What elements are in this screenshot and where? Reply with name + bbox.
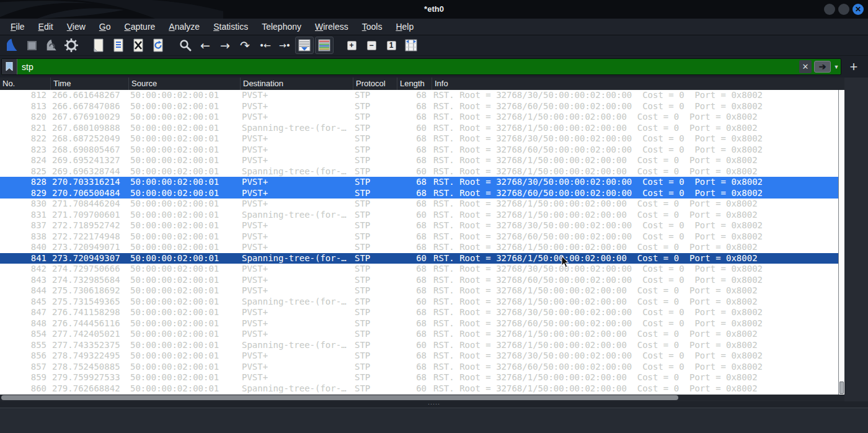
packet-row[interactable]: 813 266.667847086 50:00:00:02:00:01 PVST…: [0, 101, 838, 112]
colorize-button[interactable]: [315, 37, 334, 54]
menu-bar: FileEditViewGoCaptureAnalyzeStatisticsTe…: [0, 19, 868, 35]
packet-row[interactable]: 857 278.752450885 50:00:00:02:00:01 PVST…: [0, 362, 838, 373]
main-toolbar: ← → ↷ •← →•: [0, 35, 868, 56]
one-icon: 1: [387, 41, 396, 50]
menu-item-tools[interactable]: Tools: [355, 19, 389, 35]
menu-item-help[interactable]: Help: [389, 19, 420, 35]
packet-row[interactable]: 859 279.759927533 50:00:00:02:00:01 PVST…: [0, 372, 838, 383]
filter-dropdown-caret[interactable]: ▼: [832, 60, 841, 73]
packet-row[interactable]: 860 279.762668842 50:00:00:02:00:01 Span…: [0, 383, 838, 395]
filter-clear-button[interactable]: ✕: [799, 60, 812, 73]
zoom-out-button[interactable]: −: [362, 37, 381, 54]
arrow-to-last-icon: →•: [279, 40, 290, 50]
packet-row[interactable]: 840 273.720949071 50:00:00:02:00:01 PVST…: [0, 242, 838, 253]
restart-fin-icon: [45, 38, 58, 52]
packet-row[interactable]: 823 268.690805467 50:00:00:02:00:01 PVST…: [0, 145, 838, 156]
auto-scroll-button[interactable]: [295, 37, 314, 54]
display-filter-input[interactable]: [17, 59, 799, 74]
packet-details-pane: [0, 408, 868, 433]
resize-columns-button[interactable]: [402, 37, 420, 54]
capture-options-button[interactable]: [62, 37, 81, 54]
maximize-button[interactable]: [838, 4, 849, 15]
menu-item-edit[interactable]: Edit: [32, 19, 60, 35]
horizontal-scrollbar-thumb[interactable]: [1, 395, 678, 400]
packet-row[interactable]: 821 267.680109888 50:00:00:02:00:01 Span…: [0, 123, 838, 134]
packet-row[interactable]: 847 276.741158298 50:00:00:02:00:01 PVST…: [0, 307, 838, 318]
menu-item-capture[interactable]: Capture: [118, 19, 162, 35]
menu-item-analyze[interactable]: Analyze: [162, 19, 206, 35]
go-first-packet-button[interactable]: •←: [255, 37, 274, 54]
packet-row[interactable]: 845 275.731549365 50:00:00:02:00:01 Span…: [0, 297, 838, 308]
restart-capture-button[interactable]: [42, 37, 61, 54]
column-header-no[interactable]: No.: [0, 78, 51, 90]
go-back-button[interactable]: ←: [196, 37, 215, 54]
filter-apply-button[interactable]: ➔: [814, 61, 831, 73]
title-bar: *eth0 ✕: [0, 0, 868, 19]
vertical-scrollbar[interactable]: [838, 90, 844, 395]
menu-item-statistics[interactable]: Statistics: [206, 19, 255, 35]
filter-bookmark-button[interactable]: [2, 59, 17, 74]
packet-row[interactable]: 855 277.743352375 50:00:00:02:00:01 Span…: [0, 340, 838, 351]
stop-capture-button[interactable]: [22, 37, 41, 54]
packet-row[interactable]: 854 277.742405021 50:00:00:02:00:01 PVST…: [0, 329, 838, 340]
menu-item-file[interactable]: File: [4, 19, 32, 35]
packet-row[interactable]: 824 269.695241327 50:00:00:02:00:01 PVST…: [0, 155, 838, 166]
bookmark-icon: [6, 62, 13, 71]
horizontal-scrollbar[interactable]: [0, 395, 844, 401]
plus-icon: +: [347, 41, 356, 50]
go-forward-button[interactable]: →: [216, 37, 234, 54]
menu-item-go[interactable]: Go: [92, 19, 118, 35]
column-header-protocol[interactable]: Protocol: [353, 78, 397, 90]
packet-row[interactable]: 822 268.687252049 50:00:00:02:00:01 PVST…: [0, 133, 838, 145]
search-icon: [179, 38, 192, 52]
packet-row[interactable]: 812 266.661648267 50:00:00:02:00:01 PVST…: [0, 90, 838, 101]
column-header-destination[interactable]: Destination: [241, 78, 353, 90]
menu-item-telephony[interactable]: Telephony: [255, 19, 308, 35]
arrow-left-icon: ←: [200, 40, 210, 51]
pane-splitter[interactable]: ·····: [0, 401, 868, 408]
add-filter-button[interactable]: +: [846, 60, 861, 74]
close-button[interactable]: ✕: [852, 4, 864, 15]
minimize-button[interactable]: [824, 4, 835, 15]
packet-list-header: No. Time Source Destination Protocol Len…: [0, 78, 844, 90]
menu-item-wireless[interactable]: Wireless: [308, 19, 355, 35]
column-header-time[interactable]: Time: [51, 78, 129, 90]
vertical-scrollbar-thumb[interactable]: [839, 382, 844, 394]
arrow-to-first-icon: •←: [259, 40, 270, 50]
packet-row[interactable]: 825 269.696328744 50:00:00:02:00:01 Span…: [0, 166, 838, 177]
packet-row[interactable]: 856 278.749322495 50:00:00:02:00:01 PVST…: [0, 350, 838, 362]
packet-row[interactable]: 848 276.744456116 50:00:00:02:00:01 PVST…: [0, 318, 838, 329]
save-file-button[interactable]: [109, 37, 128, 54]
packet-row[interactable]: 828 270.703316214 50:00:00:02:00:01 PVST…: [0, 177, 838, 188]
packet-list-body: 812 266.661648267 50:00:00:02:00:01 PVST…: [0, 90, 838, 395]
column-header-info[interactable]: Info: [432, 78, 844, 90]
packet-row[interactable]: 838 272.722174948 50:00:00:02:00:01 PVST…: [0, 231, 838, 243]
minus-icon: −: [367, 41, 376, 50]
column-header-length[interactable]: Length: [397, 78, 432, 90]
packet-row[interactable]: 830 271.708446204 50:00:00:02:00:01 PVST…: [0, 199, 838, 210]
file-reload-icon: [151, 38, 165, 53]
zoom-normal-button[interactable]: 1: [382, 37, 401, 54]
go-to-packet-button[interactable]: ↷: [236, 37, 254, 54]
reload-file-button[interactable]: [149, 37, 167, 54]
stop-icon: [27, 41, 37, 50]
open-file-button[interactable]: [89, 37, 108, 54]
window-title: *eth0: [0, 0, 868, 19]
packet-row[interactable]: 842 274.729750666 50:00:00:02:00:01 PVST…: [0, 264, 838, 275]
arrow-right-icon: →: [220, 40, 230, 51]
zoom-in-button[interactable]: +: [342, 37, 361, 54]
column-header-source[interactable]: Source: [129, 78, 241, 90]
packet-row[interactable]: 837 272.718952742 50:00:00:02:00:01 PVST…: [0, 220, 838, 231]
packet-row[interactable]: 820 267.676910029 50:00:00:02:00:01 PVST…: [0, 112, 838, 123]
colorize-icon: [318, 39, 330, 51]
packet-row[interactable]: 841 273.720949307 50:00:00:02:00:01 Span…: [0, 253, 838, 264]
packet-row[interactable]: 844 275.730618692 50:00:00:02:00:01 PVST…: [0, 285, 838, 297]
find-packet-button[interactable]: [176, 37, 195, 54]
packet-row[interactable]: 843 274.732985684 50:00:00:02:00:01 PVST…: [0, 275, 838, 286]
start-capture-button[interactable]: [2, 37, 21, 54]
packet-row[interactable]: 829 270.706500484 50:00:00:02:00:01 PVST…: [0, 188, 838, 199]
close-file-button[interactable]: [129, 37, 148, 54]
menu-item-view[interactable]: View: [60, 19, 92, 35]
go-last-packet-button[interactable]: →•: [275, 37, 294, 54]
packet-row[interactable]: 831 271.709700601 50:00:00:02:00:01 Span…: [0, 210, 838, 221]
